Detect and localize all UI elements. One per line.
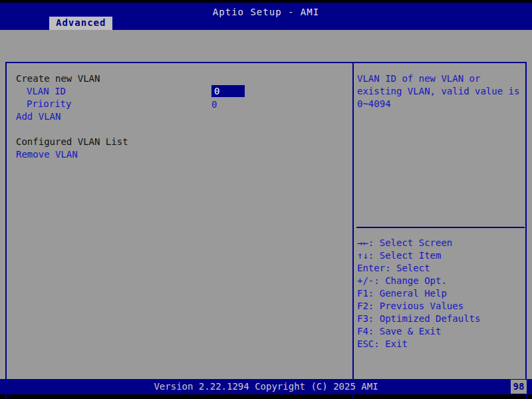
bios-setup-screen: Aptio Setup - AMI Advanced Create new VL… (0, 0, 532, 399)
header-bar: Aptio Setup - AMI Advanced (0, 3, 532, 30)
hotkey-f1-general-help: F1: General Help (357, 287, 447, 300)
field-value-priority[interactable]: 0 (209, 98, 219, 110)
help-description-line: 0~4094 (357, 98, 391, 110)
hotkey-f3-optimized-defaults: F3: Optimized Defaults (357, 313, 480, 325)
panel-divider (352, 62, 354, 399)
action-remove-vlan[interactable]: Remove VLAN (16, 148, 78, 161)
help-description-line: VLAN ID of new VLAN or (357, 72, 480, 85)
hotkey-enter-select: Enter: Select (357, 262, 430, 275)
body-area: Create new VLAN VLAN ID 0 Priority 0 Add… (0, 30, 532, 379)
section-title-create-vlan: Create new VLAN (16, 72, 100, 85)
action-add-vlan[interactable]: Add VLAN (16, 110, 61, 123)
field-label-priority[interactable]: Priority (27, 98, 71, 110)
help-panel-divider (356, 227, 525, 228)
section-title-configured-vlan-list: Configured VLAN List (16, 136, 128, 148)
hotkey-select-screen: →←: Select Screen (357, 237, 452, 249)
field-value-vlan-id[interactable]: 0 (211, 85, 245, 97)
hotkey-change-opt: +/-: Change Opt. (357, 275, 447, 287)
field-label-vlan-id[interactable]: VLAN ID (27, 85, 66, 98)
status-code-badge: 98 (511, 380, 527, 394)
page-title: Aptio Setup - AMI (0, 7, 532, 17)
help-description-line: existing VLAN, valid value is (357, 85, 519, 98)
hotkey-select-item: ↑↓: Select Item (357, 249, 441, 262)
hotkey-f4-save-exit: F4: Save & Exit (357, 325, 441, 338)
hotkey-f2-previous-values: F2: Previous Values (357, 300, 464, 313)
footer-bar: Version 2.22.1294 Copyright (C) 2025 AMI… (0, 379, 532, 394)
tab-advanced[interactable]: Advanced (49, 17, 112, 30)
hotkey-esc-exit: ESC: Exit (357, 338, 408, 350)
version-text: Version 2.22.1294 Copyright (C) 2025 AMI (0, 381, 532, 392)
main-frame-border (5, 62, 527, 399)
